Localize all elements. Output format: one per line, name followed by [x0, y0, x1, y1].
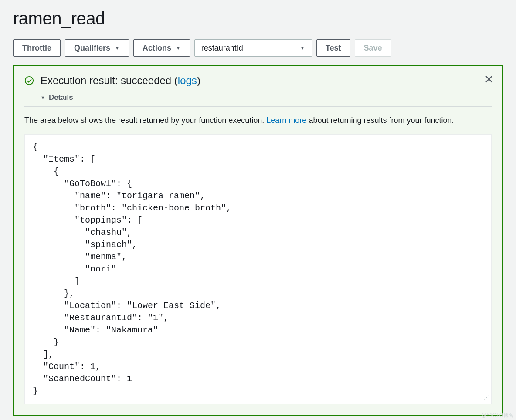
save-button[interactable]: Save	[355, 39, 391, 57]
result-title-prefix: Execution result: succeeded (	[41, 75, 178, 86]
result-code: { "Items": [ { "GoToBowl": { "name": "to…	[33, 142, 231, 396]
watermark: @51CTO博客	[481, 412, 514, 419]
result-header: Execution result: succeeded (logs)	[24, 75, 492, 87]
actions-label: Actions	[143, 44, 171, 53]
learn-more-link[interactable]: Learn more	[266, 116, 306, 125]
test-button[interactable]: Test	[316, 39, 350, 57]
details-toggle[interactable]: ▼ Details	[41, 93, 73, 102]
execution-result-panel: ✕ Execution result: succeeded (logs) ▼ D…	[13, 65, 503, 416]
result-description: The area below shows the result returned…	[24, 115, 492, 126]
divider	[24, 106, 492, 107]
test-event-value: restaurantId	[201, 44, 300, 53]
description-prefix: The area below shows the result returned…	[24, 116, 266, 125]
result-title-suffix: )	[197, 75, 200, 86]
close-icon[interactable]: ✕	[484, 74, 494, 85]
test-label: Test	[326, 44, 341, 53]
toolbar: Throttle Qualifiers ▼ Actions ▼ restaura…	[13, 39, 503, 57]
chevron-down-icon: ▼	[41, 95, 45, 100]
save-label: Save	[364, 44, 382, 53]
chevron-down-icon: ▼	[176, 45, 181, 51]
details-label: Details	[49, 93, 73, 102]
throttle-button[interactable]: Throttle	[13, 39, 61, 57]
result-title: Execution result: succeeded (logs)	[41, 75, 200, 87]
throttle-label: Throttle	[22, 44, 51, 53]
test-event-select[interactable]: restaurantId ▼	[194, 39, 312, 57]
chevron-down-icon: ▼	[300, 45, 305, 51]
success-check-icon	[24, 76, 34, 85]
svg-point-0	[25, 77, 33, 85]
resize-handle-icon: ⋰	[484, 394, 490, 403]
description-suffix: about returning results from your functi…	[306, 116, 454, 125]
qualifiers-label: Qualifiers	[74, 44, 110, 53]
actions-button[interactable]: Actions ▼	[133, 39, 190, 57]
chevron-down-icon: ▼	[115, 45, 120, 51]
result-code-box[interactable]: { "Items": [ { "GoToBowl": { "name": "to…	[24, 134, 492, 404]
qualifiers-button[interactable]: Qualifiers ▼	[65, 39, 129, 57]
page-title: ramen_read	[13, 9, 503, 28]
logs-link[interactable]: logs	[178, 75, 197, 86]
